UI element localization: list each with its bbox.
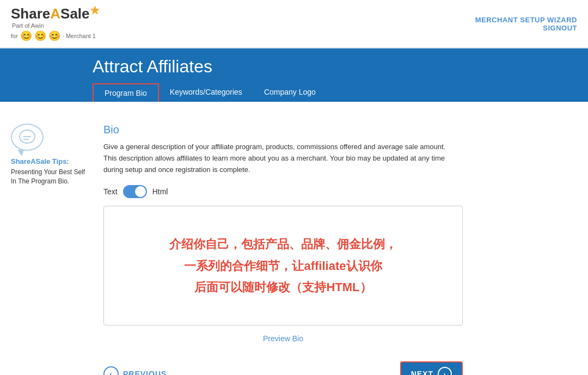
attract-banner: Attract Affiliates Program Bio Keywords/… — [0, 48, 588, 102]
header-right: MERCHANT SETUP WIZARD SIGNOUT — [475, 16, 577, 32]
emoji-2: 😊 — [34, 30, 46, 42]
tab-program-bio[interactable]: Program Bio — [93, 83, 159, 102]
signout-link[interactable]: SIGNOUT — [475, 24, 577, 32]
tips-title: ShareASale Tips: — [11, 157, 87, 165]
logo-area: ShareASale★ Part of Awin for 😊 😊 😊 · Mer… — [11, 5, 100, 42]
bio-description: Give a general description of your affil… — [103, 142, 457, 175]
attract-title: Attract Affiliates — [93, 57, 495, 77]
tips-text: Presenting Your Best Self In The Program… — [11, 168, 87, 186]
next-button[interactable]: NEXT › — [400, 361, 463, 375]
logo-star: ★ — [90, 4, 100, 16]
placeholder-line2: 一系列的合作细节，让affiliate认识你 — [169, 255, 397, 277]
logo-text: ShareASale★ — [11, 5, 100, 22]
toggle-html-label: Html — [152, 187, 168, 196]
tab-company-logo[interactable]: Company Logo — [253, 83, 327, 102]
emoji-row: for 😊 😊 😊 · Merchant 1 — [11, 30, 100, 42]
page-header: ShareASale★ Part of Awin for 😊 😊 😊 · Mer… — [0, 0, 588, 48]
preview-bio-link[interactable]: Preview Bio — [103, 334, 463, 343]
main-content: ShareASale Tips: Presenting Your Best Se… — [0, 102, 588, 375]
logo-sub: Part of Awin — [12, 22, 100, 29]
text-html-toggle[interactable] — [123, 185, 147, 198]
tab-keywords-categories[interactable]: Keywords/Categories — [159, 83, 253, 102]
logo-top: ShareASale★ — [11, 5, 100, 22]
merchant-wizard-link[interactable]: MERCHANT SETUP WIZARD — [475, 16, 577, 24]
for-merchant-text: for — [11, 33, 18, 39]
previous-label: PREVIOUS — [123, 370, 167, 375]
bio-title: Bio — [103, 124, 577, 136]
previous-button[interactable]: ‹ PREVIOUS — [103, 366, 167, 375]
emoji-3: 😊 — [48, 30, 60, 42]
toggle-text-label: Text — [103, 187, 118, 196]
emoji-1: 😊 — [20, 30, 32, 42]
bio-textarea[interactable]: 介绍你自己，包括产品、品牌、佣金比例， 一系列的合作细节，让affiliate认… — [103, 206, 463, 325]
merchant-label: · Merchant 1 — [63, 33, 96, 39]
previous-arrow-icon: ‹ — [103, 366, 119, 375]
nav-buttons: ‹ PREVIOUS NEXT › — [103, 356, 463, 375]
next-label: NEXT — [411, 370, 433, 375]
content-area: Bio Give a general description of your a… — [103, 118, 577, 375]
sidebar: ShareASale Tips: Presenting Your Best Se… — [11, 118, 87, 375]
placeholder-line1: 介绍你自己，包括产品、品牌、佣金比例， — [169, 233, 397, 255]
tab-nav: Program Bio Keywords/Categories Company … — [93, 83, 495, 102]
next-arrow-icon: › — [438, 367, 452, 375]
bio-placeholder: 介绍你自己，包括产品、品牌、佣金比例， 一系列的合作细节，让affiliate认… — [169, 233, 397, 298]
chat-bubble-icon — [11, 124, 44, 151]
placeholder-line3: 后面可以随时修改（支持HTML） — [169, 276, 397, 298]
toggle-row: Text Html — [103, 185, 577, 198]
